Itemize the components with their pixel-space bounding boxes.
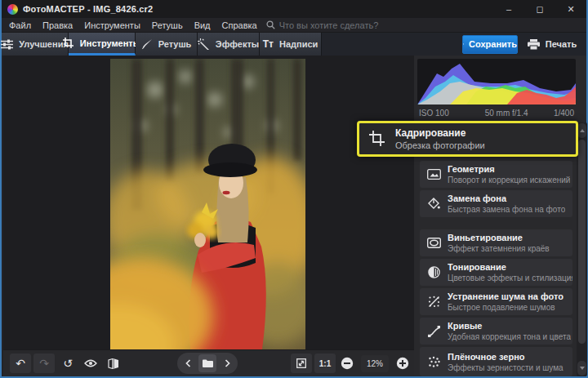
text-icon: Tт xyxy=(263,38,274,50)
redo-button[interactable]: ↷ xyxy=(33,354,55,373)
tab-captions[interactable]: Tт Надписи xyxy=(260,33,322,56)
menu-file[interactable]: Файл xyxy=(3,20,37,30)
shutter-value: 1/400 xyxy=(554,109,574,118)
tool-title: Плёночное зерно xyxy=(448,352,564,362)
arrow-down-icon xyxy=(580,367,585,370)
preview-original-button[interactable] xyxy=(80,354,101,373)
actual-size-button[interactable]: 1:1 xyxy=(314,354,336,373)
menu-retouch[interactable]: Ретушь xyxy=(146,20,189,30)
tool-item-grain[interactable]: Плёночное зерно Эффекты зернистости и шу… xyxy=(420,347,572,376)
tool-subtitle: Цветовые эффекты и стилизация xyxy=(448,273,572,282)
tab-effects[interactable]: Эффекты xyxy=(198,33,260,56)
actual-size-label: 1:1 xyxy=(319,359,331,368)
save-icon xyxy=(463,39,464,49)
vignette-icon xyxy=(420,238,448,248)
menu-view[interactable]: Вид xyxy=(189,20,216,30)
scroll-down-button[interactable] xyxy=(577,361,586,376)
tool-title: Замена фона xyxy=(448,193,565,203)
fit-screen-button[interactable] xyxy=(291,354,312,373)
print-label: Печать xyxy=(546,39,577,49)
histogram-chart xyxy=(417,59,576,105)
zoom-out-icon xyxy=(341,357,354,370)
wand-icon xyxy=(198,38,210,50)
eye-icon xyxy=(84,359,97,367)
histogram-panel xyxy=(417,59,576,105)
denoise-icon xyxy=(420,296,448,308)
photo-preview xyxy=(110,59,305,349)
window-controls: – ◻ ✕ xyxy=(493,0,586,18)
tab-label: Надписи xyxy=(279,39,318,49)
minimize-button[interactable]: – xyxy=(493,0,524,18)
print-button[interactable]: Печать xyxy=(521,35,583,54)
crop-icon xyxy=(63,38,74,49)
scroll-up-button[interactable] xyxy=(577,123,586,138)
tool-subtitle: Поворот и коррекция искажений xyxy=(448,176,570,185)
menu-tools[interactable]: Инструменты xyxy=(78,20,146,30)
photo-navigator xyxy=(177,353,238,374)
geometry-icon xyxy=(420,169,448,180)
grain-icon xyxy=(420,356,448,368)
tool-item-vignette[interactable]: Виньетирование Эффект затемнения краёв xyxy=(420,229,572,256)
tab-label: Ретушь xyxy=(158,39,192,49)
lens-value: 50 mm f/1.4 xyxy=(485,109,528,118)
search-box[interactable]: Что вы хотите сделать? xyxy=(266,20,379,30)
tool-item-background[interactable]: Замена фона Быстрая замена фона на фото xyxy=(420,190,572,217)
tab-enhancements[interactable]: Улучшения xyxy=(2,33,69,56)
tool-subtitle: Быстрое подавление шумов xyxy=(448,303,564,312)
tool-item-denoise[interactable]: Устранение шума на фото Быстрое подавлен… xyxy=(420,288,572,315)
sidebar-scrollbar[interactable] xyxy=(577,122,587,376)
photo-canvas[interactable] xyxy=(3,56,414,349)
exif-info: ISO 100 50 mm f/1.4 1/400 xyxy=(417,106,576,119)
tool-item-curves[interactable]: Кривые Удобная коррекция тона и цвета xyxy=(420,318,572,345)
tool-item-toning[interactable]: Тонирование Цветовые эффекты и стилизаци… xyxy=(420,259,572,286)
tool-item-geometry[interactable]: Геометрия Поворот и коррекция искажений xyxy=(420,161,572,188)
undo-button[interactable]: ↶ xyxy=(10,354,31,373)
next-photo-button[interactable] xyxy=(218,354,236,372)
tool-subtitle: Удобная коррекция тона и цвета xyxy=(448,332,571,341)
close-button[interactable]: ✕ xyxy=(555,0,586,18)
compare-button[interactable] xyxy=(103,354,124,373)
tool-subtitle: Обрезка фотографии xyxy=(395,140,485,150)
toning-icon xyxy=(420,266,448,278)
tool-subtitle: Эффект затемнения краёв xyxy=(448,244,550,253)
search-icon xyxy=(266,20,275,29)
tool-subtitle: Эффекты зернистости и шума xyxy=(448,363,564,372)
tool-title: Кадрирование xyxy=(395,127,485,139)
app-window: ФотоМАСТЕР - IMG_8426.cr2 – ◻ ✕ Файл Пра… xyxy=(0,0,588,378)
chevron-left-icon xyxy=(185,359,191,367)
zoom-in-button[interactable] xyxy=(392,354,413,373)
tool-title: Виньетирование xyxy=(448,233,550,242)
bucket-icon xyxy=(420,198,448,210)
iso-value: ISO 100 xyxy=(419,109,449,118)
maximize-button[interactable]: ◻ xyxy=(524,0,555,18)
window-title: ФотоМАСТЕР - IMG_8426.cr2 xyxy=(23,4,153,14)
tab-label: Улучшения xyxy=(19,39,69,49)
scrollbar-thumb[interactable] xyxy=(578,140,586,344)
crop-icon xyxy=(359,131,395,147)
sliders-icon xyxy=(1,39,13,50)
title-bar: ФотоМАСТЕР - IMG_8426.cr2 – ◻ ✕ xyxy=(2,0,586,18)
reset-icon: ↺ xyxy=(63,357,73,370)
tab-retouch[interactable]: Ретушь xyxy=(136,33,198,56)
zoom-level-label: 12% xyxy=(361,355,389,372)
printer-icon xyxy=(528,39,540,50)
folder-icon xyxy=(203,359,213,367)
menu-help[interactable]: Справка xyxy=(216,20,263,30)
zoom-out-button[interactable] xyxy=(336,354,358,373)
tool-title: Кривые xyxy=(448,321,571,331)
tab-tools-active[interactable]: Инструменты xyxy=(69,33,136,56)
prev-photo-button[interactable] xyxy=(179,354,197,372)
reset-button[interactable]: ↺ xyxy=(57,354,78,373)
open-folder-button[interactable] xyxy=(198,354,216,372)
menu-edit[interactable]: Правка xyxy=(37,20,78,30)
right-sidebar: ISO 100 50 mm f/1.4 1/400 Геометрия Пово… xyxy=(414,56,586,376)
save-button[interactable]: Сохранить xyxy=(462,35,518,54)
chevron-right-icon xyxy=(225,359,230,367)
tool-item-crop-highlighted[interactable]: Кадрирование Обрезка фотографии xyxy=(357,121,578,157)
brush-icon xyxy=(141,38,153,50)
tab-label: Инструменты xyxy=(80,38,140,48)
arrow-up-icon xyxy=(580,129,585,132)
tool-title: Тонирование xyxy=(448,262,572,272)
undo-icon: ↶ xyxy=(16,357,25,370)
tool-title: Геометрия xyxy=(448,164,570,174)
